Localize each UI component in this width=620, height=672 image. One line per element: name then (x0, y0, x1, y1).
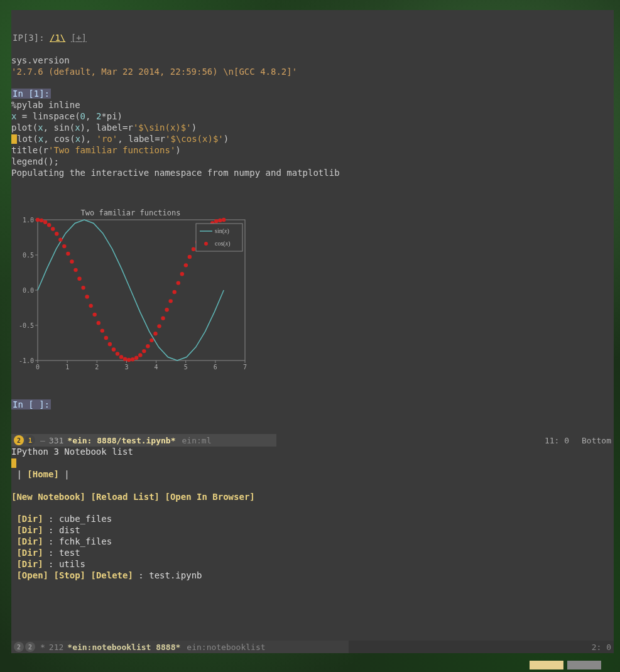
svg-text:1: 1 (65, 364, 69, 371)
svg-point-52 (131, 358, 134, 362)
svg-point-42 (93, 313, 97, 317)
major-mode: ein:ml (182, 436, 212, 445)
tab-bar[interactable]: IP[3]: /1\ [+] (11, 33, 614, 44)
svg-point-67 (188, 255, 192, 259)
svg-point-30 (47, 223, 51, 227)
svg-point-54 (138, 354, 142, 357)
svg-text:7: 7 (243, 364, 247, 371)
svg-point-57 (150, 339, 153, 342)
dir-link[interactable]: [Dir] (16, 548, 43, 558)
new-notebook-button[interactable]: [New Notebook] (11, 492, 85, 502)
svg-point-75 (218, 219, 222, 222)
svg-point-45 (104, 336, 108, 340)
svg-point-59 (157, 325, 161, 328)
dir-name: dist (59, 525, 80, 535)
svg-text:6: 6 (214, 364, 217, 371)
dir-link[interactable]: [Dir] (16, 514, 43, 524)
buffer-name: *ein:notebooklist 8888* (67, 642, 180, 652)
cursor-pos: 11: 0 (545, 436, 569, 445)
svg-point-51 (127, 358, 131, 362)
svg-point-47 (112, 348, 116, 352)
svg-text:0: 0 (36, 364, 40, 371)
line-number: 212 (49, 642, 63, 652)
dir-link[interactable]: [Dir] (16, 559, 43, 569)
dir-link[interactable]: [Dir] (16, 525, 43, 535)
scroll-pos: Bottom (582, 436, 611, 445)
svg-point-27 (36, 218, 40, 222)
badge-icon: 2 (14, 435, 24, 445)
tab-add[interactable]: [+] (71, 33, 87, 43)
nb-stop-button[interactable]: [Stop] (53, 570, 85, 580)
svg-point-36 (70, 260, 73, 264)
code-output: '2.7.6 (default, Mar 22 2014, 22:59:56) … (11, 67, 297, 77)
svg-point-61 (165, 308, 168, 312)
cell0-code[interactable]: sys.version '2.7.6 (default, Mar 22 2014… (11, 55, 614, 179)
nb-open-button[interactable]: [Open] (16, 570, 48, 580)
svg-point-58 (153, 332, 157, 335)
badge-icon: 1 (25, 435, 35, 445)
svg-point-60 (161, 317, 165, 320)
svg-point-29 (43, 220, 47, 224)
reload-list-button[interactable]: [Reload List] (90, 492, 160, 502)
nb-list-title: IPython 3 Notebook list (11, 447, 133, 457)
svg-point-46 (108, 342, 112, 346)
tab-active[interactable]: /1\ (50, 33, 65, 43)
svg-point-80 (204, 242, 208, 246)
dir-link[interactable]: [Dir] (16, 536, 43, 546)
in-prompt-empty[interactable]: In [ ]: (11, 399, 51, 409)
line-number: 331 (49, 436, 63, 445)
buffer-name: *ein: 8888/test.ipynb* (67, 436, 175, 445)
svg-point-37 (73, 268, 77, 272)
dir-name: test (59, 548, 80, 558)
svg-text:-0.5: -0.5 (19, 322, 34, 329)
svg-text:4: 4 (155, 364, 158, 371)
modeline-bottom: 2 2 * 212 *ein:notebooklist 8888* ein:no… (11, 641, 614, 653)
svg-text:-1.0: -1.0 (19, 357, 34, 364)
svg-text:1.0: 1.0 (23, 217, 34, 224)
plot-output: Two familiar functions -1.0-0.50.00.51.0… (11, 205, 250, 374)
svg-text:2: 2 (95, 364, 99, 371)
svg-text:sin(x): sin(x) (215, 227, 229, 235)
notebooklist-pane[interactable]: IPython 3 Notebook list | [Home] | [New … (11, 447, 614, 641)
open-browser-button[interactable]: [Open In Browser] (165, 492, 254, 502)
svg-text:cos(x): cos(x) (215, 240, 230, 247)
tab-prefix: IP[3]: (13, 33, 45, 43)
svg-point-56 (146, 344, 150, 348)
modeline-top: 2 1 — 331 *ein: 8888/test.ipynb* ein:ml … (11, 434, 614, 447)
text-cursor (11, 458, 16, 468)
cursor-pos: 2: 0 (592, 642, 611, 652)
svg-point-74 (214, 219, 218, 223)
svg-point-33 (58, 238, 62, 242)
svg-point-32 (55, 232, 58, 236)
in-prompt: In [1]: (11, 89, 51, 99)
notebook-pane[interactable]: IP[3]: /1\ [+] sys.version '2.7.6 (defau… (11, 10, 614, 434)
nb-filename: test.ipynb (149, 570, 202, 580)
svg-text:5: 5 (184, 364, 188, 371)
text-cursor (11, 134, 17, 144)
code-line: legend(); (11, 156, 59, 166)
plot-svg: -1.0-0.50.00.51.001234567sin(x)cos(x) (11, 205, 250, 374)
code-line: sys.version (11, 55, 70, 65)
badge-icon: 2 (14, 642, 24, 652)
svg-point-35 (66, 252, 70, 256)
badge-icon: 2 (25, 642, 35, 652)
svg-text:3: 3 (124, 364, 128, 371)
svg-point-76 (222, 218, 226, 222)
svg-point-48 (116, 352, 119, 356)
svg-point-53 (134, 356, 138, 360)
svg-text:0.0: 0.0 (23, 287, 34, 294)
nb-delete-button[interactable]: [Delete] (90, 570, 133, 580)
major-mode: ein:notebooklist (187, 642, 265, 652)
svg-point-50 (123, 357, 127, 361)
svg-point-44 (101, 329, 104, 333)
svg-point-66 (184, 264, 188, 268)
home-link[interactable]: [Home] (27, 469, 59, 479)
svg-point-65 (180, 272, 184, 276)
svg-point-28 (40, 219, 43, 222)
svg-point-68 (192, 247, 195, 251)
svg-point-31 (51, 227, 55, 231)
code-line: %pylab inline (11, 100, 80, 110)
svg-point-38 (77, 277, 81, 281)
dir-name: cube_files (59, 514, 112, 524)
svg-point-55 (142, 349, 146, 353)
